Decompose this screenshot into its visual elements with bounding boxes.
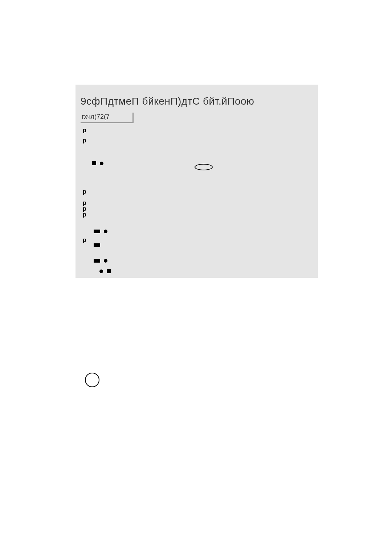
dot-icon [104,230,107,233]
dot-icon [99,270,103,273]
content-box: 9сфПдтмеП бйкенП)дтС бйт.йПоою гхчл(72(7… [75,85,318,278]
ellipse-icon [195,164,213,170]
square-icon [107,269,111,273]
marker-square-dot [92,161,103,165]
marker-square-dot [94,259,107,263]
square-icon [92,161,96,165]
bullet-p: p [83,189,86,195]
marker-square-dot [94,230,107,233]
square-icon [94,259,100,263]
bullet-p: p [83,137,86,144]
bullet-p: p [83,237,86,243]
square-icon [94,243,100,247]
dot-icon [100,162,103,165]
circle-icon [85,373,99,387]
dot-icon [104,259,107,263]
tab-label: гхчл(72(7 [79,112,132,122]
bullet-p: p [83,127,86,134]
square-icon [94,230,100,233]
bullet-p: p [83,211,86,218]
marker-dot-square [99,269,111,273]
title-text: 9сфПдтмеП бйкенП)дтС бйт.йПоою [81,96,254,107]
marker-square [94,243,100,247]
